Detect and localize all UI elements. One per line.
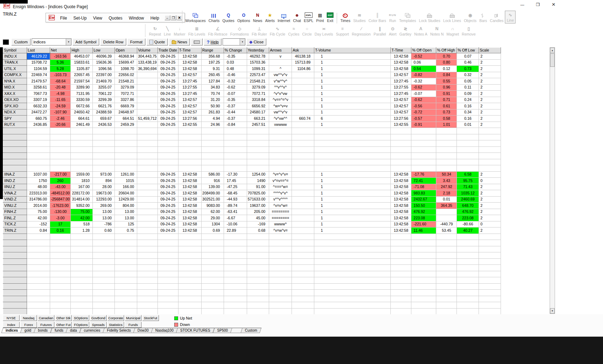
quote-cell[interactable] — [71, 140, 93, 147]
quote-cell[interactable]: 17.45 — [224, 178, 247, 184]
quote-cell[interactable] — [436, 290, 457, 296]
quote-cell[interactable] — [457, 240, 479, 246]
quote-cell[interactable] — [314, 308, 391, 315]
sheet-tab-bonds[interactable]: bonds — [34, 328, 52, 333]
quote-cell[interactable] — [411, 153, 436, 159]
quote-cell[interactable]: 75.00 — [71, 209, 93, 215]
quote-cell[interactable]: 166.00 — [115, 184, 137, 190]
quote-cell[interactable] — [137, 128, 158, 134]
quote-cell[interactable] — [50, 165, 71, 172]
quote-cell[interactable]: 1 — [314, 72, 391, 78]
toolbar-button-circle[interactable]: ○Circle — [301, 24, 313, 37]
quote-cell[interactable] — [292, 72, 314, 78]
quote-cell[interactable] — [411, 271, 436, 277]
quote-cell[interactable] — [27, 258, 50, 265]
toolbar-button-line[interactable]: ∿Line — [505, 11, 516, 23]
quote-cell[interactable]: 09-24-25 — [158, 116, 178, 122]
quote-cell[interactable]: 36,390,694 — [137, 66, 158, 72]
quote-cell[interactable] — [479, 296, 501, 302]
quote-cell[interactable]: 983.83 — [411, 190, 436, 197]
quote-cell[interactable]: 2 — [479, 59, 501, 66]
quote-cell[interactable]: 24580.17 — [247, 109, 269, 116]
quote-cell[interactable] — [479, 258, 501, 265]
quote-cell[interactable] — [292, 203, 314, 209]
quote-cell[interactable] — [247, 277, 269, 284]
toolbar-button-day-levels[interactable]: ≍Day Levels — [313, 24, 335, 37]
quote-cell[interactable] — [158, 277, 178, 284]
quote-cell[interactable] — [224, 146, 247, 153]
quote-cell[interactable] — [178, 252, 201, 259]
quote-cell[interactable] — [436, 209, 457, 215]
symbol-cell[interactable] — [3, 265, 27, 271]
quote-cell[interactable] — [391, 165, 411, 172]
toolbar-button-workspaces[interactable]: Workspaces — [184, 11, 207, 23]
quote-cell[interactable]: 1104.59 — [27, 66, 50, 72]
quote-cell[interactable] — [137, 308, 158, 315]
quote-cell[interactable] — [158, 258, 178, 265]
symbol-list-dropdown[interactable]: indices — [32, 38, 71, 46]
quote-cell[interactable]: 2 — [479, 122, 501, 128]
quote-cell[interactable] — [479, 146, 501, 153]
quote-cell[interactable] — [269, 258, 292, 265]
symbol-cell[interactable] — [3, 283, 27, 290]
quote-cell[interactable] — [201, 128, 224, 134]
quote-cell[interactable]: 0.05 — [457, 78, 479, 85]
toolbar-button-bars[interactable]: Bars — [478, 11, 489, 23]
toolbar-button-quotes[interactable]: QQuotes — [221, 11, 236, 23]
quote-cell[interactable] — [137, 234, 158, 240]
quote-cell[interactable]: 2 — [479, 91, 501, 97]
quote-cell[interactable]: 2 — [479, 72, 501, 78]
menu-item-window[interactable]: Window — [126, 16, 147, 21]
quote-cell[interactable] — [137, 159, 158, 165]
quote-cell[interactable] — [137, 246, 158, 252]
quote-cell[interactable] — [411, 165, 436, 172]
quote-cell[interactable] — [115, 128, 137, 134]
quote-cell[interactable]: 0.70 — [436, 53, 457, 60]
quote-cell[interactable] — [137, 134, 158, 140]
quote-cell[interactable]: 133,438,19 — [137, 59, 158, 66]
quote-cell[interactable]: 0.07 — [457, 53, 479, 60]
quote-cell[interactable] — [115, 271, 137, 277]
quote-cell[interactable] — [115, 165, 137, 172]
quote-cell[interactable] — [479, 290, 501, 296]
quote-cell[interactable] — [314, 128, 391, 134]
quote-cell[interactable] — [50, 240, 71, 246]
quote-cell[interactable] — [178, 140, 201, 147]
toolbar-button-regression[interactable]: ∕Regression — [351, 24, 372, 37]
quote-cell[interactable]: 13.00 — [115, 215, 137, 221]
quote-cell[interactable] — [224, 128, 247, 134]
quote-cell[interactable]: 09-24-25 — [158, 171, 178, 178]
quote-cell[interactable]: 75.00 — [27, 209, 50, 215]
quote-cell[interactable]: 1254.00 — [247, 171, 269, 178]
symbol-cell[interactable]: NYA.X — [3, 78, 27, 85]
quote-cell[interactable]: -0.56 — [411, 103, 436, 109]
quote-cell[interactable]: -256847.00 — [50, 196, 71, 203]
quote-cell[interactable] — [71, 134, 93, 140]
quote-cell[interactable] — [93, 128, 115, 134]
quote-cell[interactable] — [71, 252, 93, 259]
quote-cell[interactable] — [201, 277, 224, 284]
quote-cell[interactable] — [93, 246, 115, 252]
quote-cell[interactable]: 6 — [314, 116, 391, 122]
quote-cell[interactable] — [27, 128, 50, 134]
symbol-cell[interactable]: UTIL.X — [3, 66, 27, 72]
quote-cell[interactable]: 09-24-25 — [158, 53, 178, 60]
symbol-cell[interactable] — [3, 134, 27, 140]
quote-cell[interactable] — [178, 134, 201, 140]
sheet-tab-nasdaq100[interactable]: Nasdaq100 — [151, 328, 178, 333]
quote-cell[interactable]: 1 — [314, 215, 391, 221]
quote-cell[interactable] — [269, 271, 292, 277]
market-button-soptions[interactable]: SOptions — [73, 315, 89, 321]
quote-cell[interactable] — [27, 159, 50, 165]
column-header-low[interactable]: Low — [93, 48, 115, 53]
quote-cell[interactable] — [411, 234, 436, 240]
quote-cell[interactable]: 664.51 — [115, 116, 137, 122]
quote-cell[interactable] — [93, 252, 115, 259]
quote-cell[interactable] — [50, 290, 71, 296]
quote-cell[interactable]: 0.91 — [436, 91, 457, 97]
quote-cell[interactable]: ^^v^^v^ — [269, 84, 292, 91]
quote-cell[interactable]: 1 — [314, 91, 391, 97]
symbol-cell[interactable] — [3, 258, 27, 265]
quote-cell[interactable] — [178, 283, 201, 290]
quote-cell[interactable]: 0.73 — [436, 109, 457, 116]
